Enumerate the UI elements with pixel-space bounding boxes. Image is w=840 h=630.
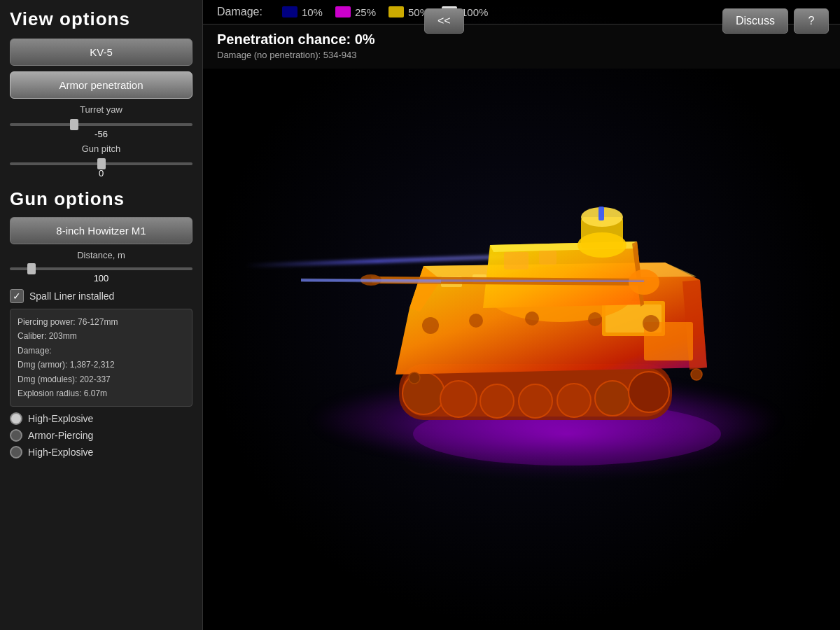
distance-label: Distance, m [10,250,192,260]
radio-icon [10,446,22,458]
dmg-modules: Dmg (modules): 202-337 [18,372,185,386]
svg-point-36 [525,312,539,326]
header-right: Discuss ? [722,8,829,34]
piercing-power: Piercing power: 76-127mm [18,315,185,329]
radio-icon [10,429,22,442]
checkmark-icon: ✓ [13,290,21,302]
gun-pitch-label: Gun pitch [10,144,192,154]
svg-point-39 [409,372,420,384]
ammo-option-1[interactable]: Armor-Piercing [10,429,192,442]
armor-penetration-button[interactable]: Armor penetration [10,71,192,99]
damage-label: Damage: [18,344,185,358]
ammo-option-0[interactable]: High-Explosive [10,412,192,425]
legend-percent: 10% [302,6,323,18]
svg-rect-32 [504,252,528,270]
ammo-option-2[interactable]: High-Explosive [10,446,192,458]
discuss-button[interactable]: Discuss [722,8,788,34]
legend-percent: 25% [355,6,376,18]
explosion-radius: Explosion radius: 6.07m [18,386,185,400]
legend-item: 25% [335,6,376,18]
svg-point-6 [480,384,514,418]
view-options-title: View options [10,8,192,30]
dmg-armor: Dmg (armor): 1,387-2,312 [18,358,185,372]
damage-legend-label: Damage: [217,6,262,18]
help-button[interactable]: ? [794,8,829,34]
ammo-label: High-Explosive [28,447,93,458]
legend-swatch [282,6,298,18]
ammo-label: High-Explosive [28,413,93,424]
svg-line-42 [301,280,441,281]
svg-point-37 [588,312,602,326]
svg-point-35 [469,314,483,328]
legend-swatch [335,6,351,18]
svg-point-7 [519,384,552,418]
svg-point-5 [440,381,477,417]
turret-yaw-value: -56 [10,129,192,139]
spall-liner-label: Spall Liner installed [29,290,114,302]
distance-slider[interactable] [10,267,192,270]
distance-value: 100 [10,273,192,284]
penetration-title: Penetration chance: 0% [217,31,826,48]
sidebar: View options KV-5 Armor penetration Turr… [0,0,203,630]
spall-liner-checkbox[interactable]: ✓ [10,289,24,303]
svg-point-8 [557,384,591,417]
ammo-info-box: Piercing power: 76-127mm Caliber: 203mm … [10,309,192,407]
legend-item: 10% [282,6,323,18]
tank-svg [301,133,791,483]
ammo-list: High-ExplosiveArmor-PiercingHigh-Explosi… [10,412,192,458]
gun-pitch-value: 0 [10,168,192,178]
back-button[interactable]: << [424,8,464,34]
svg-point-40 [691,369,702,380]
legend-swatch [388,6,404,18]
gun-pitch-slider[interactable] [10,162,192,165]
svg-rect-33 [539,251,556,265]
viewport: << Discuss ? [203,0,840,630]
radio-icon [10,412,22,425]
caliber: Caliber: 203mm [18,329,185,343]
turret-yaw-label: Turret yaw [10,104,192,115]
vehicle-button[interactable]: KV-5 [10,38,192,66]
svg-point-10 [629,372,669,412]
svg-point-38 [643,315,659,332]
spall-liner-row[interactable]: ✓ Spall Liner installed [10,289,192,303]
svg-point-34 [422,317,439,334]
gun-options-title: Gun options [10,188,192,210]
svg-rect-28 [598,206,604,220]
gun-button[interactable]: 8-inch Howitzer M1 [10,217,192,244]
ammo-label: Armor-Piercing [28,430,93,441]
header-nav: << Discuss ? [413,8,840,34]
tank-container [301,133,791,483]
turret-yaw-slider[interactable] [10,123,192,126]
svg-point-9 [595,381,630,416]
penetration-subtitle: Damage (no penetration): 534-943 [217,50,826,60]
